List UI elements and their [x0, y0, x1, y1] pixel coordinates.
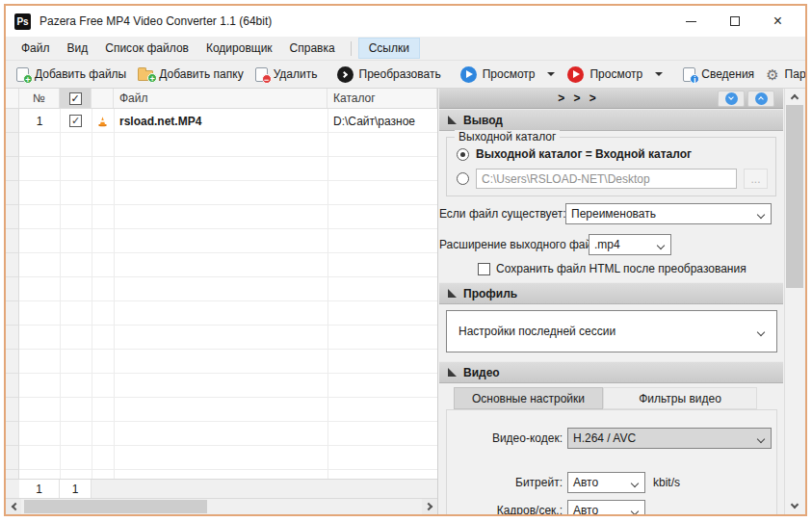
groupbox-legend: Выходной каталог	[455, 130, 560, 144]
play-red-icon	[567, 66, 584, 83]
menu-encoder[interactable]: Кодировщик	[197, 38, 281, 59]
menu-help[interactable]: Справка	[281, 38, 344, 59]
file-list-footer: 1 1	[6, 479, 437, 499]
row-header-strip	[6, 109, 19, 479]
column-icon	[92, 89, 114, 108]
codec-value: H.264 / AVC	[573, 431, 636, 445]
preview-input-button[interactable]: Просмотр	[455, 63, 541, 87]
save-html-label: Сохранить файл HTML после преобразования	[496, 262, 747, 275]
column-file[interactable]: Файл	[114, 89, 327, 108]
menu-separator	[351, 41, 352, 56]
horizontal-scroll-thumb[interactable]	[24, 500, 207, 513]
chevron-left-icon	[11, 503, 18, 510]
add-files-button[interactable]: + Добавить файлы	[11, 64, 132, 86]
section-profile[interactable]: Профиль	[439, 282, 783, 304]
section-profile-title: Профиль	[463, 287, 517, 300]
radio-custom-dir[interactable]	[457, 172, 469, 185]
profile-combobox[interactable]: Настройки последней сессии	[446, 310, 777, 352]
info-label: Сведения	[701, 67, 754, 81]
row-number: 1	[19, 109, 60, 133]
add-folder-button[interactable]: + Добавить папку	[132, 64, 249, 85]
tab-basic-settings[interactable]: Основные настройки	[454, 387, 603, 409]
info-button[interactable]: i Сведения	[677, 64, 760, 86]
expand-all-button[interactable]	[747, 91, 774, 107]
scroll-down-button[interactable]	[785, 498, 804, 514]
radio-same-dir[interactable]	[457, 148, 469, 161]
expander-chevrons[interactable]: > > >	[439, 91, 718, 105]
scroll-left-button[interactable]	[6, 499, 21, 514]
preview-output-button[interactable]: Просмотр	[562, 63, 648, 87]
file-list-header: № Файл Каталог	[6, 89, 437, 109]
horizontal-scrollbar[interactable]	[6, 499, 437, 514]
row-file-name: rsload.net.MP4	[114, 109, 327, 133]
menu-bar: Файл Вид Список файлов Кодировщик Справк…	[6, 37, 805, 60]
section-video-title: Видео	[463, 366, 500, 379]
preview-input-dropdown[interactable]	[540, 68, 562, 80]
bitrate-combobox[interactable]: Авто	[567, 472, 645, 493]
close-icon: ×	[773, 13, 782, 29]
tab-video-filters[interactable]: Фильтры видео	[603, 387, 757, 409]
maximize-icon	[730, 16, 740, 26]
output-path-field[interactable]: C:\Users\RSLOAD-NET\Desktop	[476, 169, 737, 189]
menu-view[interactable]: Вид	[59, 38, 97, 59]
title-bar[interactable]: Ps Pazera Free MP4 Video Converter 1.1 (…	[6, 6, 805, 37]
options-button[interactable]: ⚙ Параметры	[760, 64, 807, 86]
preview-output-dropdown[interactable]	[648, 68, 669, 80]
footer-total-count: 1	[19, 480, 60, 498]
remove-button[interactable]: − Удалить	[249, 64, 324, 86]
if-exists-label: Если файл существует:	[439, 207, 561, 221]
chevron-down-icon	[757, 210, 765, 218]
add-files-icon: +	[16, 67, 29, 82]
collapse-triangle-icon	[448, 368, 457, 377]
row-header-column	[6, 89, 19, 108]
maximize-button[interactable]	[713, 6, 756, 37]
bitrate-label: Битрейт:	[439, 476, 563, 489]
if-exists-combobox[interactable]: Переименовать	[565, 203, 772, 224]
app-window: Ps Pazera Free MP4 Video Converter 1.1 (…	[4, 4, 807, 516]
main-area: № Файл Каталог 1	[6, 89, 805, 514]
scroll-right-button[interactable]	[422, 499, 437, 514]
footer-checked-count: 1	[60, 480, 92, 498]
save-html-option[interactable]: Сохранить файл HTML после преобразования	[478, 262, 747, 275]
section-video[interactable]: Видео	[439, 361, 783, 383]
fps-combobox[interactable]: Авто	[567, 500, 645, 515]
vlc-cone-icon	[97, 115, 108, 128]
minimize-button[interactable]	[669, 6, 713, 37]
row-checkbox[interactable]	[69, 115, 82, 127]
save-html-checkbox[interactable]	[478, 263, 490, 275]
section-output-title: Вывод	[463, 114, 503, 127]
column-folder[interactable]: Каталог	[327, 89, 437, 108]
column-select-all[interactable]	[60, 89, 92, 108]
table-row[interactable]: 1 rsload.net.MP4 D:\Сайт\раз	[6, 109, 437, 133]
menu-links[interactable]: Ссылки	[358, 38, 420, 59]
extension-combobox[interactable]: .mp4	[589, 234, 671, 255]
select-all-checkbox[interactable]	[69, 92, 82, 105]
convert-button[interactable]: Преобразовать	[331, 63, 447, 87]
output-dir-groupbox: Выходной каталог Выходной каталог = Вход…	[446, 137, 776, 196]
vertical-scroll-thumb[interactable]	[786, 105, 803, 288]
minimize-icon	[686, 21, 696, 22]
custom-dir-option[interactable]: C:\Users\RSLOAD-NET\Desktop ...	[457, 169, 768, 189]
scroll-up-button[interactable]	[785, 89, 804, 105]
chevron-up-icon	[791, 94, 799, 102]
panel-top-bar: > > >	[439, 89, 783, 109]
close-button[interactable]: ×	[756, 6, 799, 37]
menu-file-list[interactable]: Список файлов	[96, 38, 197, 59]
vertical-scrollbar[interactable]	[784, 89, 804, 514]
chevron-right-icon	[424, 503, 432, 510]
chevron-down-circle-icon	[725, 92, 738, 105]
column-number[interactable]: №	[19, 89, 60, 108]
chevron-down-icon	[631, 479, 639, 486]
chevron-down-icon	[757, 434, 765, 442]
section-output[interactable]: Вывод	[439, 109, 783, 131]
info-icon: i	[683, 67, 695, 82]
chevron-down-icon	[631, 507, 639, 514]
menu-file[interactable]: Файл	[13, 38, 59, 59]
browse-button[interactable]: ...	[744, 169, 768, 189]
same-dir-option[interactable]: Выходной каталог = Входной каталог	[457, 147, 768, 161]
collapse-all-button[interactable]	[718, 91, 745, 107]
screenshot: Ps Pazera Free MP4 Video Converter 1.1 (…	[0, 0, 812, 522]
convert-label: Преобразовать	[359, 67, 441, 81]
codec-combobox[interactable]: H.264 / AVC	[567, 428, 772, 449]
gear-icon: ⚙	[766, 67, 778, 82]
